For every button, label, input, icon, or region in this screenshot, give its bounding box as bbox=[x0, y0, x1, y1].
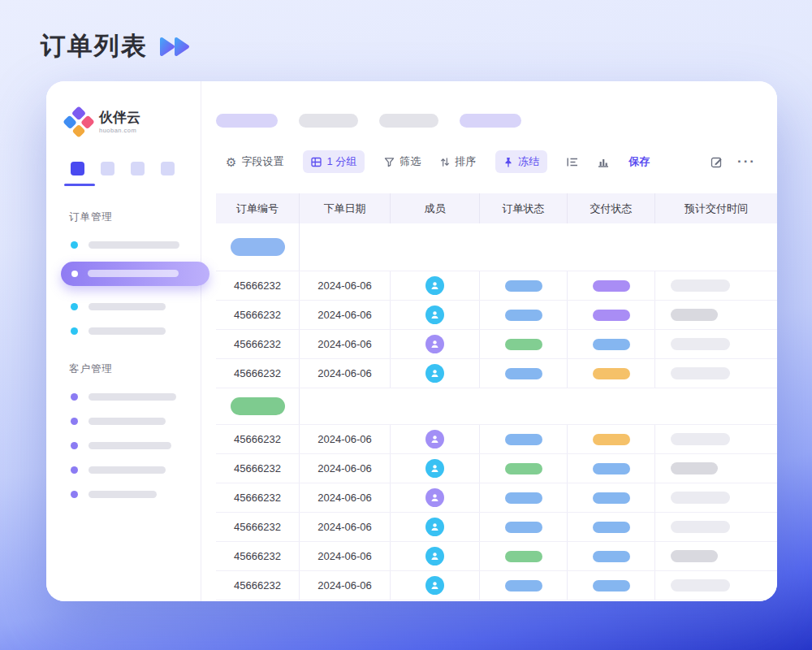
eta-cell bbox=[655, 271, 777, 300]
delivery-status-pill bbox=[593, 368, 630, 379]
item-placeholder bbox=[88, 270, 179, 277]
order-status-pill bbox=[505, 551, 542, 562]
logo-domain: huoban.com bbox=[99, 128, 140, 134]
eta-placeholder-pill bbox=[671, 550, 718, 562]
delivery-status-cell bbox=[568, 483, 655, 512]
sidebar: 伙伴云 huoban.com 订单管理 客户管理 bbox=[46, 81, 201, 601]
edit-icon bbox=[710, 156, 723, 168]
column-header-delivery-status[interactable]: 交付状态 bbox=[568, 193, 655, 223]
row-height-button[interactable] bbox=[567, 157, 578, 167]
orders-table: 订单编号 下单日期 成员 订单状态 交付状态 预计交付时间 4566623220… bbox=[216, 193, 777, 600]
column-header-eta[interactable]: 预计交付时间 bbox=[655, 193, 777, 223]
freeze-button[interactable]: 冻结 bbox=[495, 150, 547, 173]
page-header: 订单列表 bbox=[41, 29, 190, 63]
workspace-tab-2[interactable] bbox=[101, 162, 114, 176]
workspace-tab-3[interactable] bbox=[131, 162, 145, 176]
eta-placeholder-pill bbox=[671, 521, 730, 533]
order-date-cell: 2024-06-06 bbox=[300, 271, 391, 300]
member-avatar-icon bbox=[425, 518, 444, 536]
table-row[interactable]: 456662322024-06-06 bbox=[216, 330, 777, 359]
item-placeholder bbox=[89, 327, 166, 335]
order-date-cell: 2024-06-06 bbox=[300, 571, 391, 600]
toolbar: ⚙ 字段设置 1 分组 筛选 bbox=[216, 150, 777, 174]
sidebar-item-active[interactable] bbox=[61, 262, 209, 286]
member-avatar-icon bbox=[425, 335, 444, 353]
table-row[interactable]: 456662322024-06-06 bbox=[216, 454, 777, 483]
column-header-order-status[interactable]: 订单状态 bbox=[480, 193, 568, 223]
bullet-icon bbox=[71, 271, 78, 277]
pin-icon bbox=[503, 157, 513, 167]
workspace-tab-4[interactable] bbox=[161, 162, 175, 176]
logo-name: 伙伴云 bbox=[99, 110, 140, 126]
bullet-icon bbox=[71, 327, 78, 335]
bullet-icon bbox=[71, 303, 78, 310]
active-tab-underline bbox=[64, 184, 95, 186]
sort-button[interactable]: 排序 bbox=[440, 154, 476, 169]
delivery-status-cell bbox=[568, 301, 655, 329]
edit-view-button[interactable] bbox=[710, 156, 723, 168]
bullet-icon bbox=[71, 393, 78, 401]
table-row[interactable]: 456662322024-06-06 bbox=[216, 359, 777, 388]
field-settings-button[interactable]: ⚙ 字段设置 bbox=[226, 154, 283, 169]
eta-placeholder-pill bbox=[671, 579, 730, 592]
sidebar-item[interactable] bbox=[71, 393, 201, 401]
group-value-pill bbox=[231, 238, 285, 256]
item-placeholder bbox=[89, 466, 166, 474]
order-no-cell: 45666232 bbox=[216, 483, 300, 512]
eta-cell bbox=[655, 483, 777, 512]
order-date-cell: 2024-06-06 bbox=[300, 330, 391, 358]
sidebar-item[interactable] bbox=[71, 241, 201, 249]
chart-view-button[interactable] bbox=[598, 157, 609, 167]
order-status-cell bbox=[480, 425, 568, 453]
member-cell bbox=[391, 483, 480, 512]
table-row[interactable]: 456662322024-06-06 bbox=[216, 571, 777, 600]
item-placeholder bbox=[89, 418, 166, 425]
eta-placeholder-pill bbox=[671, 433, 730, 445]
member-avatar-icon bbox=[425, 430, 444, 448]
sidebar-item[interactable] bbox=[71, 466, 201, 474]
sidebar-item[interactable] bbox=[71, 303, 201, 310]
sidebar-item[interactable] bbox=[71, 418, 201, 425]
sidebar-item[interactable] bbox=[71, 491, 201, 498]
delivery-status-pill bbox=[593, 339, 630, 350]
table-row[interactable]: 456662322024-06-06 bbox=[216, 542, 777, 571]
table-row[interactable]: 456662322024-06-06 bbox=[216, 513, 777, 542]
funnel-icon bbox=[384, 157, 395, 167]
group-header-row[interactable] bbox=[216, 223, 777, 271]
order-no-cell: 45666232 bbox=[216, 301, 300, 329]
column-header-order-no[interactable]: 订单编号 bbox=[216, 193, 300, 223]
member-avatar-icon bbox=[425, 364, 444, 383]
delivery-status-cell bbox=[568, 330, 655, 358]
save-button[interactable]: 保存 bbox=[628, 154, 650, 169]
order-no-cell: 45666232 bbox=[216, 542, 300, 570]
column-header-date[interactable]: 下单日期 bbox=[300, 193, 391, 223]
sidebar-item[interactable] bbox=[71, 442, 201, 449]
order-status-cell bbox=[480, 271, 568, 300]
item-placeholder bbox=[89, 393, 176, 401]
order-no-cell: 45666232 bbox=[216, 425, 300, 453]
table-row[interactable]: 456662322024-06-06 bbox=[216, 301, 777, 330]
more-button[interactable]: ··· bbox=[737, 159, 756, 165]
member-cell bbox=[391, 359, 480, 388]
order-status-pill bbox=[505, 522, 542, 533]
main-area: ⚙ 字段设置 1 分组 筛选 bbox=[201, 81, 777, 601]
group-button[interactable]: 1 分组 bbox=[303, 150, 365, 173]
delivery-status-pill bbox=[593, 463, 630, 474]
group-header-row[interactable] bbox=[216, 388, 777, 424]
field-settings-label: 字段设置 bbox=[241, 154, 283, 169]
order-no-cell: 45666232 bbox=[216, 571, 300, 600]
order-date-cell: 2024-06-06 bbox=[300, 425, 391, 453]
sidebar-item[interactable] bbox=[71, 327, 201, 335]
table-body: 456662322024-06-06456662322024-06-064566… bbox=[216, 223, 777, 600]
logo[interactable]: 伙伴云 huoban.com bbox=[67, 110, 201, 134]
save-label: 保存 bbox=[628, 154, 650, 169]
filter-button[interactable]: 筛选 bbox=[384, 154, 421, 169]
table-row[interactable]: 456662322024-06-06 bbox=[216, 483, 777, 513]
table-row[interactable]: 456662322024-06-06 bbox=[216, 271, 777, 301]
bullet-icon bbox=[71, 491, 78, 498]
delivery-status-pill bbox=[593, 280, 630, 292]
order-no-cell: 45666232 bbox=[216, 454, 300, 483]
table-row[interactable]: 456662322024-06-06 bbox=[216, 424, 777, 454]
workspace-tab-1[interactable] bbox=[71, 162, 84, 176]
column-header-member[interactable]: 成员 bbox=[391, 193, 480, 223]
